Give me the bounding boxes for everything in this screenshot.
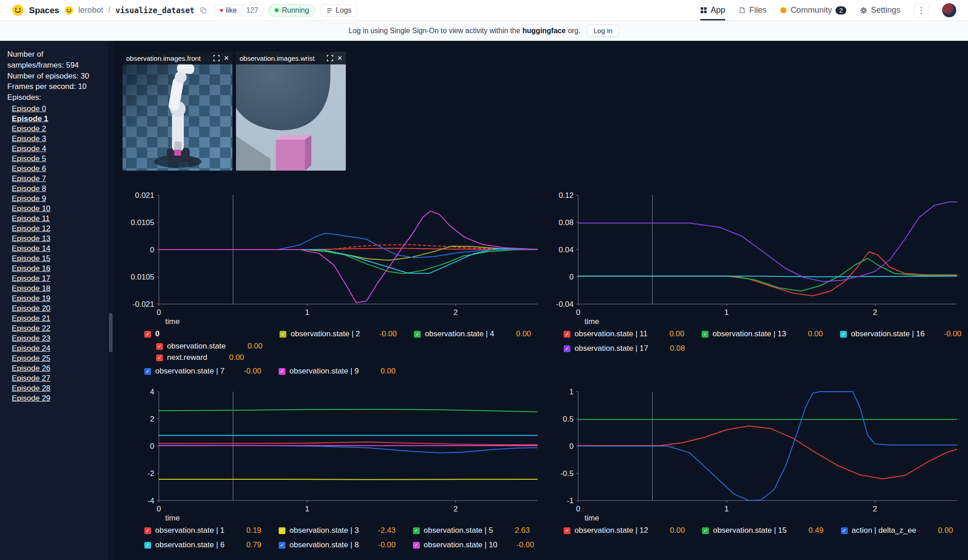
sidebar-item-episode-9[interactable]: Episode 9 (12, 194, 102, 204)
running-status-badge[interactable]: Running (268, 4, 315, 17)
sidebar-item-episode-17[interactable]: Episode 17 (12, 274, 102, 284)
svg-text:0.04: 0.04 (559, 246, 574, 254)
stat-samples: Number of samples/frames: 594 (7, 49, 102, 71)
sidebar-item-episode-25[interactable]: Episode 25 (12, 354, 102, 364)
x-axis-label: time (585, 317, 599, 326)
sidebar-item-episode-26[interactable]: Episode 26 (12, 364, 102, 373)
space-avatar (64, 6, 74, 15)
series-line-observation-state-17 (578, 202, 957, 282)
series-checkbox[interactable]: ✓ (144, 331, 151, 338)
svg-text:0.021: 0.021 (135, 191, 154, 200)
sidebar-item-episode-7[interactable]: Episode 7 (12, 174, 102, 184)
series-line-observation-state-4 (159, 250, 537, 274)
sidebar-item-episode-12[interactable]: Episode 12 (12, 224, 102, 234)
sidebar-item-episode-19[interactable]: Episode 19 (12, 294, 102, 304)
huggingface-logo-icon[interactable] (12, 4, 24, 16)
series-checkbox[interactable]: ✓ (564, 527, 570, 534)
sidebar-item-episode-2[interactable]: Episode 2 (12, 124, 102, 134)
tab-settings[interactable]: Settings (860, 0, 900, 20)
legend-item: ✓observation.state | 150.49 (702, 525, 823, 536)
series-checkbox[interactable]: ✓ (144, 368, 151, 375)
sidebar-item-episode-4[interactable]: Episode 4 (12, 144, 102, 154)
expand-icon[interactable] (213, 55, 220, 61)
scrollbar-thumb[interactable] (109, 313, 113, 352)
series-checkbox[interactable]: ✓ (414, 331, 421, 338)
series-value: 0.00 (506, 329, 531, 339)
org-link[interactable]: lerobot (79, 5, 103, 15)
like-count[interactable]: 127 (241, 5, 263, 16)
sidebar-item-episode-5[interactable]: Episode 5 (12, 154, 102, 164)
like-button[interactable]: ♥ like (215, 5, 241, 16)
series-checkbox[interactable]: ✓ (413, 527, 420, 534)
sidebar-item-episode-6[interactable]: Episode 6 (12, 164, 102, 174)
chart-plot[interactable]: 420-2-4012time (126, 386, 544, 522)
series-checkbox[interactable]: ✓ (156, 354, 163, 361)
svg-text:0: 0 (570, 273, 574, 281)
series-checkbox[interactable]: ✓ (702, 527, 709, 534)
chart-panel-top-left: 0.0210.010500.0105-0.021012time ✓0✓obser… (126, 190, 544, 377)
tab-app[interactable]: App (700, 0, 725, 20)
sidebar-item-episode-3[interactable]: Episode 3 (12, 134, 102, 144)
sidebar-item-episode-22[interactable]: Episode 22 (12, 324, 102, 334)
close-icon[interactable]: × (337, 54, 342, 62)
sidebar-item-episode-11[interactable]: Episode 11 (12, 214, 102, 224)
series-checkbox[interactable]: ✓ (564, 331, 570, 338)
video-panel-front[interactable]: observation.images.front × (123, 52, 232, 171)
sidebar-item-episode-29[interactable]: Episode 29 (12, 393, 102, 403)
series-label: observation.state | 7 (155, 367, 225, 376)
series-checkbox[interactable]: ✓ (841, 527, 848, 534)
tab-settings-label: Settings (871, 5, 900, 15)
login-button[interactable]: Log In (587, 25, 619, 37)
sidebar-item-episode-13[interactable]: Episode 13 (12, 234, 102, 244)
series-checkbox[interactable]: ✓ (279, 527, 285, 534)
series-checkbox[interactable]: ✓ (156, 343, 163, 350)
tab-files[interactable]: Files (739, 0, 767, 20)
series-checkbox[interactable]: ✓ (702, 331, 708, 338)
series-value: 0.00 (659, 329, 684, 339)
series-checkbox[interactable]: ✓ (840, 331, 847, 338)
close-icon[interactable]: × (224, 54, 229, 62)
sidebar-item-episode-15[interactable]: Episode 15 (12, 254, 102, 264)
logs-button[interactable]: Logs (320, 4, 358, 17)
series-label: observation.state | 17 (575, 344, 648, 353)
series-checkbox[interactable]: ✓ (144, 527, 151, 534)
sidebar-item-episode-28[interactable]: Episode 28 (12, 383, 102, 393)
sidebar-item-episode-18[interactable]: Episode 18 (12, 284, 102, 294)
series-checkbox[interactable]: ✓ (280, 331, 286, 338)
sidebar-item-episode-14[interactable]: Episode 14 (12, 244, 102, 254)
series-checkbox[interactable]: ✓ (279, 368, 285, 375)
chart-plot[interactable]: 0.120.080.040-0.04012time (545, 190, 963, 326)
video-title-bar: observation.images.wrist × (236, 52, 346, 64)
sidebar-item-episode-1[interactable]: Episode 1 (12, 114, 102, 124)
sidebar-item-episode-21[interactable]: Episode 21 (12, 314, 102, 324)
chart-plot[interactable]: 10.50-0.5-1012time (545, 386, 963, 522)
stat-episodes: Number of episodes: 30 (7, 71, 102, 82)
sidebar-item-episode-20[interactable]: Episode 20 (12, 304, 102, 314)
series-checkbox[interactable]: ✓ (413, 542, 420, 549)
legend-item: ✓next.reward0.00 (156, 352, 262, 363)
series-checkbox[interactable]: ✓ (564, 345, 570, 352)
sidebar-item-episode-24[interactable]: Episode 24 (12, 344, 102, 354)
user-avatar[interactable] (942, 3, 956, 17)
community-icon (780, 7, 787, 14)
expand-icon[interactable] (327, 55, 333, 61)
sidebar-item-episode-10[interactable]: Episode 10 (12, 204, 102, 214)
kebab-menu-button[interactable]: ⋮ (914, 3, 929, 18)
series-line-observation-state-aux (159, 249, 537, 274)
video-panel-wrist[interactable]: observation.images.wrist × (236, 52, 346, 171)
sidebar-item-episode-0[interactable]: Episode 0 (12, 104, 102, 114)
series-checkbox[interactable]: ✓ (144, 542, 151, 549)
sidebar-item-episode-16[interactable]: Episode 16 (12, 264, 102, 274)
sidebar-item-episode-8[interactable]: Episode 8 (12, 184, 102, 194)
sidebar-item-episode-27[interactable]: Episode 27 (12, 373, 102, 383)
tab-community[interactable]: Community 2 (780, 0, 846, 20)
sidebar-scrollbar[interactable] (108, 41, 113, 560)
copy-icon[interactable] (200, 7, 207, 14)
spaces-brand[interactable]: Spaces (29, 5, 59, 15)
series-checkbox[interactable]: ✓ (279, 542, 285, 549)
space-name-link[interactable]: visualize_dataset (116, 6, 195, 15)
chart-plot[interactable]: 0.0210.010500.0105-0.021012time (126, 190, 544, 326)
gear-icon (860, 7, 867, 14)
status-dot-icon (275, 8, 279, 12)
sidebar-item-episode-23[interactable]: Episode 23 (12, 334, 102, 344)
